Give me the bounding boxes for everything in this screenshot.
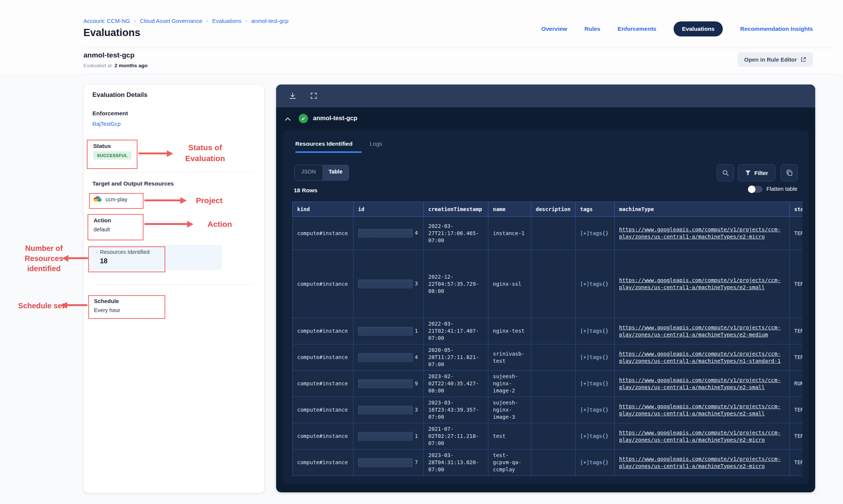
table-row: compute#instance32023-03-16T23:43:39.357… <box>293 397 803 423</box>
breadcrumb-separator: › <box>206 18 208 24</box>
breadcrumb-item[interactable]: Account: CCM-NG <box>83 18 130 24</box>
project-annotation-arrow <box>144 199 181 201</box>
cell-description <box>531 371 576 397</box>
table-viewport[interactable]: kindidcreationTimestampnamedescriptionta… <box>292 202 802 476</box>
machine-type-link[interactable]: https://www.googleapis.com/compute/v1/pr… <box>619 324 781 338</box>
tab-logs[interactable]: Logs <box>370 140 382 147</box>
schedule-annotation-box <box>88 295 165 319</box>
project-annotation-text: Project <box>189 195 230 206</box>
nav-tab-enforcements[interactable]: Enforcements <box>618 26 656 32</box>
cell-id: 9 <box>354 371 424 397</box>
breadcrumb-separator: › <box>245 18 247 24</box>
cell-id: 3 <box>354 250 424 318</box>
table-head: kindidcreationTimestampnamedescriptionta… <box>293 202 803 217</box>
tab-resources-identified[interactable]: Resources Identified <box>295 140 352 147</box>
cell-tags[interactable]: [+]tags{} <box>576 318 615 344</box>
cell-description <box>531 250 576 318</box>
redacted-id-suffix: 4 <box>415 230 418 236</box>
cell-tags[interactable]: [+]tags{} <box>576 344 615 371</box>
cell-id: 1 <box>354 423 424 450</box>
cell-tags[interactable]: [+]tags{} <box>576 250 615 318</box>
nav-tab-overview[interactable]: Overview <box>541 26 567 32</box>
cell-kind: compute#instance <box>293 397 354 423</box>
breadcrumb-item[interactable]: anmol-test-gcp <box>251 18 289 24</box>
filter-label: Filter <box>754 170 768 176</box>
cell-creation-timestamp: 2023-02-02T22:40:35.427-08:00 <box>424 371 488 397</box>
external-link-icon <box>801 57 806 62</box>
enforcement-link[interactable]: RajTestGcp <box>92 121 121 127</box>
redacted-id-suffix: 3 <box>415 407 418 413</box>
nav-tab-evaluations[interactable]: Evaluations <box>674 21 723 36</box>
cell-tags[interactable]: [+]tags{} <box>576 423 615 450</box>
machine-type-link[interactable]: https://www.googleapis.com/compute/v1/pr… <box>619 351 781 364</box>
machine-type-link[interactable]: https://www.googleapis.com/compute/v1/pr… <box>619 456 781 469</box>
column-header-creationTimestamp: creationTimestamp <box>424 202 488 217</box>
view-toggle-table[interactable]: Table <box>322 165 349 180</box>
machine-type-link[interactable]: https://www.googleapis.com/compute/v1/pr… <box>619 403 781 416</box>
fullscreen-icon[interactable] <box>310 92 319 101</box>
cell-id <box>354 476 424 477</box>
cell-machine-type: https://www.googleapis.com/compute/v1/pr… <box>615 217 790 250</box>
search-button[interactable] <box>717 164 734 181</box>
nav-tab-recommendation-insights[interactable]: Recommendation Insights <box>740 26 813 32</box>
table-row: compute#instance32022-12-22T04:57:35.729… <box>293 250 803 318</box>
cell-tags[interactable]: [+]tags{} <box>576 397 615 423</box>
cell-description <box>531 423 576 450</box>
cell-creation-timestamp: 2022-04- <box>424 476 488 477</box>
cell-kind: compute#instance <box>293 250 354 318</box>
enforcement-label: Enforcement <box>92 110 128 117</box>
machine-type-link[interactable]: https://www.googleapis.com/compute/v1/pr… <box>619 277 781 290</box>
download-icon[interactable] <box>289 92 298 101</box>
redacted-id-suffix: 7 <box>415 459 418 465</box>
nav-tab-rules[interactable]: Rules <box>585 26 600 32</box>
evaluated-at-value: 2 months ago <box>115 63 148 68</box>
status-annotation-text: Status of Evaluation <box>176 142 234 164</box>
cell-status: TERMINATED <box>790 250 803 318</box>
redacted-id-bar <box>358 353 413 362</box>
breadcrumb-item[interactable]: Evaluations <box>212 18 242 24</box>
cell-tags <box>576 476 615 477</box>
cell-creation-timestamp: 2023-03-16T23:43:39.357-07:00 <box>424 397 488 423</box>
cell-status: RUNNING <box>790 371 803 397</box>
cell-tags[interactable]: [+]tags{} <box>576 371 615 397</box>
view-toggle-json[interactable]: JSON <box>295 165 322 180</box>
open-in-rule-editor-label: Open in Rule Editor <box>744 56 797 63</box>
cell-creation-timestamp: 2020-05-28T11:27:11.821-07:00 <box>424 344 488 371</box>
machine-type-link[interactable]: https://www.googleapis.com/compute/v1/pr… <box>619 377 781 390</box>
resources-annotation-arrow <box>68 257 88 259</box>
cell-id: 3 <box>354 397 424 423</box>
status-annotation-arrow <box>138 152 168 154</box>
redacted-id-suffix: 1 <box>415 328 418 334</box>
cell-machine-type: https://www.googleapis.com/compute/v1/pr… <box>615 344 790 371</box>
breadcrumb-item[interactable]: Cloud Asset Governance <box>140 18 202 24</box>
cell-kind: compute#instance <box>293 423 354 450</box>
table-row: 2022-04-https://www.googleapis.com/compu… <box>293 476 803 477</box>
cell-id: 4 <box>354 344 424 371</box>
table-row: compute#instance92023-02-02T22:40:35.427… <box>293 371 803 397</box>
open-in-rule-editor-button[interactable]: Open in Rule Editor <box>737 52 813 67</box>
table-row: compute#instance42022-03-27T21:17:06.465… <box>293 217 803 250</box>
cell-machine-type: https://www.googleapis.com/compute/v1/pr… <box>615 250 790 318</box>
table-header-row: kindidcreationTimestampnamedescriptionta… <box>293 202 803 217</box>
cell-status: TERMINATED <box>790 397 803 423</box>
cell-tags[interactable]: [+]tags{} <box>576 217 615 250</box>
collapse-chevron-up-icon[interactable] <box>285 117 291 121</box>
filter-icon <box>745 170 751 176</box>
evaluation-name: anmol-test-gcp <box>83 51 134 59</box>
copy-icon <box>786 169 793 177</box>
cell-machine-type: https://www.googleapis.com/compute/v1/pr… <box>615 397 790 423</box>
flatten-table-toggle[interactable] <box>748 186 763 193</box>
results-toolbar <box>276 85 815 107</box>
copy-button[interactable] <box>781 164 798 181</box>
redacted-id-suffix: 9 <box>415 380 418 386</box>
cell-name: nginx-test <box>488 318 531 344</box>
filter-button[interactable]: Filter <box>738 164 775 181</box>
machine-type-link[interactable]: https://www.googleapis.com/compute/v1/pr… <box>619 226 781 240</box>
project-annotation-box <box>89 193 144 209</box>
cell-tags[interactable]: [+]tags{} <box>576 450 615 476</box>
breadcrumb: Account: CCM-NG›Cloud Asset Governance›E… <box>83 18 289 24</box>
cell-machine-type: https://www.googleapis.com/compute/v1/pr… <box>615 450 790 476</box>
cell-creation-timestamp: 2022-03-27T21:17:06.465-07:00 <box>424 217 488 250</box>
cell-status <box>790 476 803 477</box>
machine-type-link[interactable]: https://www.googleapis.com/compute/v1/pr… <box>619 430 781 443</box>
